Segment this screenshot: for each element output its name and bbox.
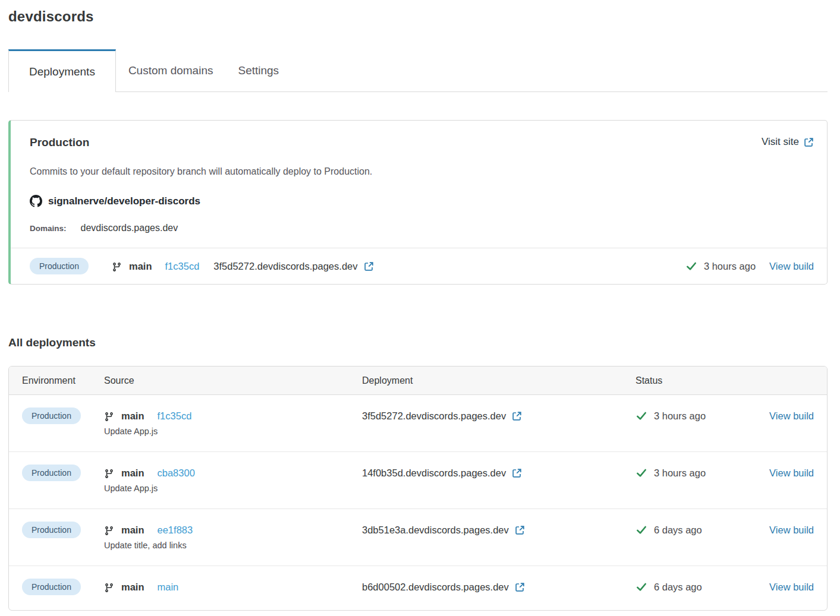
deployment-url: 3f5d5272.devdiscords.pages.dev [213, 261, 357, 272]
external-link-icon[interactable] [512, 411, 522, 421]
check-icon [635, 581, 647, 593]
repo-name: signalnerve/developer-discords [48, 195, 200, 207]
visit-site-link[interactable]: Visit site [762, 135, 814, 149]
deployment-time: 6 days ago [654, 522, 702, 538]
environment-cell: Production [22, 407, 104, 424]
page-title: devdiscords [8, 8, 828, 25]
external-link-icon[interactable] [515, 525, 525, 535]
environment-badge: Production [22, 579, 81, 595]
production-latest-deployment-row: Production main f1c35cd 3f5d5272.devdisc… [11, 248, 827, 284]
branch-name: main [121, 579, 144, 595]
branch-name: main [121, 522, 144, 538]
external-link-icon[interactable] [512, 468, 522, 478]
repo-line[interactable]: signalnerve/developer-discords [30, 195, 814, 207]
git-branch-icon [112, 262, 122, 272]
deployment-time: 3 hours ago [704, 261, 756, 272]
view-build-link[interactable]: View build [769, 525, 814, 535]
git-branch-icon [104, 469, 114, 479]
deployments-table: Environment Source Deployment Status Pro… [8, 366, 828, 611]
deployment-cell: b6d00502.devdiscords.pages.dev [362, 579, 635, 595]
branch-name: main [121, 407, 144, 424]
tab-deployments[interactable]: Deployments [8, 49, 116, 92]
deployment-url: 14f0b35d.devdiscords.pages.dev [362, 465, 506, 481]
check-icon [635, 524, 647, 536]
production-description: Commits to your default repository branc… [30, 165, 814, 178]
commit-link[interactable]: f1c35cd [165, 261, 200, 272]
deployment-url: 3db51e3a.devdiscords.pages.dev [362, 522, 509, 538]
view-build-link[interactable]: View build [769, 410, 814, 421]
status-and-action: 3 hours ago View build [685, 260, 814, 272]
commit-link[interactable]: ee1f883 [158, 522, 193, 538]
environment-badge: Production [22, 407, 81, 424]
git-branch-icon [104, 412, 114, 422]
environment-badge: Production [22, 465, 81, 481]
commit-link[interactable]: f1c35cd [158, 407, 192, 424]
environment-cell: Production [22, 465, 104, 481]
deployment-cell: 3f5d5272.devdiscords.pages.dev [213, 261, 373, 272]
table-row: Production main main b6d00502.devdiscord… [9, 566, 827, 610]
deployment-url: b6d00502.devdiscords.pages.dev [362, 579, 509, 595]
action-cell: View build [766, 579, 814, 596]
external-link-icon[interactable] [364, 261, 374, 271]
commit-message: Update App.js [104, 482, 362, 494]
deployment-cell: 3db51e3a.devdiscords.pages.dev [362, 522, 635, 538]
commit-link[interactable]: main [158, 579, 179, 595]
page: devdiscords Deployments Custom domains S… [0, 0, 840, 611]
source-cell: main ee1f883 Update title, add links [104, 522, 362, 551]
tab-bar: Deployments Custom domains Settings [8, 49, 828, 92]
environment-cell: Production [30, 258, 112, 274]
source-cell: main f1c35cd Update App.js [104, 407, 362, 437]
view-build-link[interactable]: View build [769, 582, 814, 592]
check-icon [635, 467, 647, 479]
view-build-link[interactable]: View build [769, 261, 814, 272]
source-cell: main cba8300 Update App.js [104, 465, 362, 494]
deployment-cell: 3f5d5272.devdiscords.pages.dev [362, 407, 635, 424]
action-cell: View build [766, 522, 814, 539]
production-card-title: Production [30, 135, 89, 150]
branch-name: main [121, 465, 144, 481]
source-cell: main f1c35cd [112, 261, 199, 272]
column-header-deployment: Deployment [362, 375, 635, 386]
domains-value: devdiscords.pages.dev [81, 223, 178, 233]
table-row: Production main ee1f883 Update title, ad… [9, 508, 827, 566]
environment-cell: Production [22, 522, 104, 538]
column-header-status: Status [635, 375, 766, 386]
column-header-environment: Environment [22, 375, 104, 386]
domains-label: Domains: [30, 224, 67, 233]
view-build-link[interactable]: View build [769, 467, 814, 478]
table-row: Production main cba8300 Update App.js 14… [9, 451, 827, 508]
table-row: Production main f1c35cd Update App.js 3f… [9, 395, 827, 451]
table-body: Production main f1c35cd Update App.js 3f… [9, 395, 827, 610]
tab-bar-filler [291, 49, 828, 92]
deployment-time: 3 hours ago [654, 465, 706, 481]
action-cell: View build [766, 465, 814, 482]
environment-badge: Production [22, 522, 81, 538]
status-cell: 3 hours ago [635, 407, 766, 424]
domains-line: Domains: devdiscords.pages.dev [30, 223, 814, 233]
production-card: Production Visit site Commits to your de… [8, 120, 828, 285]
all-deployments-title: All deployments [8, 336, 828, 350]
tab-settings[interactable]: Settings [225, 49, 291, 92]
status-cell: 3 hours ago [635, 465, 766, 481]
table-header-row: Environment Source Deployment Status [9, 367, 827, 395]
column-header-source: Source [104, 375, 362, 386]
deployment-time: 3 hours ago [654, 407, 706, 424]
commit-message: Update title, add links [104, 539, 362, 551]
commit-message: Update App.js [104, 425, 362, 437]
git-branch-icon [104, 583, 114, 593]
environment-cell: Production [22, 579, 104, 595]
external-link-icon[interactable] [515, 582, 525, 592]
action-cell: View build [766, 407, 814, 425]
status-cell: 6 days ago [635, 522, 766, 538]
source-cell: main main [104, 579, 362, 595]
commit-link[interactable]: cba8300 [158, 465, 195, 481]
check-icon [685, 260, 697, 272]
deployment-time: 6 days ago [654, 579, 702, 595]
github-icon [30, 195, 42, 207]
deployment-cell: 14f0b35d.devdiscords.pages.dev [362, 465, 635, 481]
tab-custom-domains[interactable]: Custom domains [116, 49, 226, 92]
environment-badge: Production [30, 258, 89, 274]
visit-site-label: Visit site [762, 135, 799, 149]
git-branch-icon [104, 526, 114, 536]
status-cell: 6 days ago [635, 579, 766, 595]
